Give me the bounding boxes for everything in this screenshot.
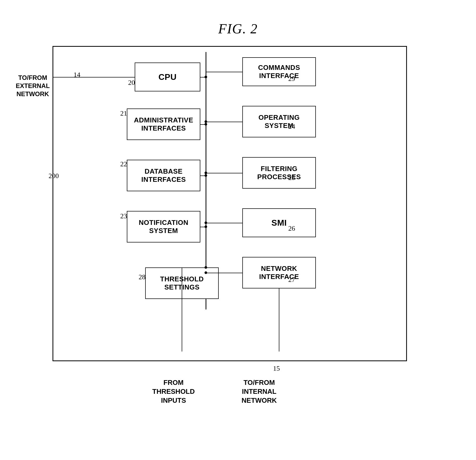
os-dot (205, 120, 207, 123)
page: FIG. 2 CPU ADMINISTRATIVE INTERFACES DAT… (0, 0, 476, 460)
external-network-label: TO/FROM EXTERNAL NETWORK (16, 74, 50, 98)
admin-interfaces-box: ADMINISTRATIVE INTERFACES (127, 108, 200, 140)
ref-23: 23 (120, 212, 127, 220)
smi-bus-line (206, 223, 242, 223)
smi-box: SMI (242, 208, 316, 237)
os-bus-line (206, 122, 242, 122)
ref-21: 21 (120, 110, 127, 117)
smi-dot (205, 221, 207, 224)
ref-29: 29 (288, 75, 295, 83)
ref-22: 22 (120, 160, 127, 168)
filtering-bus-line (206, 173, 242, 173)
ref-20: 20 (128, 79, 135, 87)
main-diagram-box: CPU ADMINISTRATIVE INTERFACES DATABASE I… (53, 46, 407, 361)
cpu-dot (205, 76, 207, 78)
cpu-box: CPU (135, 63, 200, 91)
threshold-down-line (182, 299, 182, 352)
commands-bus-line (206, 72, 242, 72)
ref-15: 15 (273, 365, 280, 373)
network-interface-box: NETWORK INTERFACE (242, 257, 316, 288)
db-dot (205, 174, 207, 177)
figure-title: FIG. 2 (218, 21, 258, 37)
ref-14: 14 (74, 71, 80, 79)
ref-25: 25 (288, 174, 295, 182)
network-bus-line (206, 273, 242, 273)
admin-dot (205, 123, 207, 126)
filtering-dot (205, 172, 207, 174)
ref-200: 200 (49, 172, 59, 180)
ref-28: 28 (139, 273, 145, 281)
external-network-line (53, 77, 135, 77)
operating-system-box: OPERATING SYSTEM (242, 106, 316, 137)
commands-interface-box: COMMANDS INTERFACE (242, 57, 316, 86)
network-down-line (279, 288, 279, 352)
from-threshold-label: FROM THRESHOLD INPUTS (152, 378, 195, 405)
internal-network-label: TO/FROM INTERNAL NETWORK (242, 378, 277, 405)
ref-24: 24 (288, 123, 295, 131)
ref-26: 26 (288, 225, 295, 232)
filtering-processes-box: FILTERING PROCESSES (242, 157, 316, 189)
ref-27: 27 (288, 276, 295, 284)
threshold-hline (182, 267, 206, 268)
threshold-dot (205, 266, 207, 269)
network-dot (205, 271, 207, 274)
notification-system-box: NOTIFICATION SYSTEM (127, 211, 200, 242)
database-interfaces-box: DATABASE INTERFACES (127, 160, 200, 191)
notif-dot (205, 225, 207, 228)
